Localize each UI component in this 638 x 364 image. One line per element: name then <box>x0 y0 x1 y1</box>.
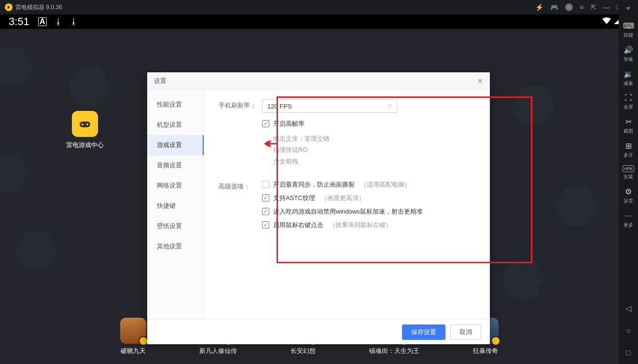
refresh-rate-value: 120 FPS <box>267 103 292 110</box>
nav-back-button[interactable]: ◁ <box>625 304 631 313</box>
svg-point-4 <box>86 123 88 125</box>
save-button[interactable]: 保存设置 <box>402 324 445 340</box>
refresh-label: 手机刷新率： <box>219 99 262 113</box>
collapse-sidebar-button[interactable]: « <box>626 4 630 12</box>
gamepad-icon[interactable]: 🎮 <box>550 3 558 11</box>
main-area: 雷电游戏中心 破晓九天 新凡人修仙传 长安幻想 镇魂街：天生为王 狂暴传奇 设置… <box>0 29 638 364</box>
cancel-button[interactable]: 取消 <box>450 324 481 340</box>
dock-label: 破晓九天 <box>120 347 146 355</box>
vsync-checkbox[interactable]: ✓ <box>262 181 269 188</box>
external-icon[interactable]: ⇱ <box>591 3 596 11</box>
settings-dialog: 设置 ✕ 性能设置 机型设置 游戏设置 音频设置 网络设置 快捷键 壁纸设置 其… <box>147 72 490 344</box>
apk-icon: APK <box>623 165 634 172</box>
fullscreen-icon: ⛶ <box>624 94 632 102</box>
dialog-title: 设置 <box>154 77 477 85</box>
sidebar-settings[interactable]: ⚙设置 <box>624 187 633 204</box>
tab-model[interactable]: 机型设置 <box>147 115 204 135</box>
sidebar-screenshot[interactable]: ✂截图 <box>624 117 633 135</box>
dialog-footer: 保存设置 取消 <box>147 319 490 344</box>
tab-network[interactable]: 网络设置 <box>147 175 204 196</box>
more-icon: ⋯ <box>624 211 632 220</box>
astc-label: 支持ASTC纹理 <box>273 194 315 202</box>
volume-down-icon: 🔉 <box>624 69 633 79</box>
lang-badge: A <box>38 17 47 26</box>
chevron-down-icon: ▽ <box>388 104 392 109</box>
nav-home-button[interactable]: ○ <box>626 326 631 335</box>
right-sidebar: « ⌨按键 🔊加量 🔉减量 ⛶全屏 ✂截图 ⊞多开 APK安装 ⚙设置 ⋯更多 … <box>619 0 638 364</box>
titlebar: 雷电模拟器 9.0.36 ⚡ 🎮 ≡ ⇱ — □ ✕ <box>0 0 638 14</box>
svg-point-3 <box>82 123 83 125</box>
sidebar-install[interactable]: APK安装 <box>623 165 634 180</box>
clock: 3:51 <box>9 15 29 28</box>
advanced-label: 高级选项： <box>219 180 262 234</box>
avatar[interactable] <box>565 3 573 11</box>
sidebar-more[interactable]: ⋯更多 <box>624 211 633 229</box>
dock-label: 长安幻想 <box>290 347 316 355</box>
download-icon: ⭳ <box>70 17 78 26</box>
mouse-accel-checkbox[interactable]: ✓ <box>262 208 269 215</box>
nav-recent-button[interactable]: □ <box>626 349 631 357</box>
wifi-icon <box>602 17 611 26</box>
minimize-button[interactable]: — <box>603 3 610 11</box>
dock-item[interactable]: 破晓九天 <box>120 318 146 355</box>
download-icon: ⭳ <box>55 17 62 26</box>
bolt-icon[interactable]: ⚡ <box>535 3 543 11</box>
high-fps-checkbox[interactable]: ✓ <box>262 120 269 127</box>
astc-checkbox[interactable]: ✓ <box>262 194 269 202</box>
dock-label: 狂暴传奇 <box>472 347 499 355</box>
tab-shortcut[interactable]: 快捷键 <box>147 196 204 216</box>
vsync-label: 开启垂直同步，防止画面撕裂 <box>273 180 355 189</box>
dialog-close-button[interactable]: ✕ <box>477 77 483 85</box>
desktop-icon-game-center[interactable]: 雷电游戏中心 <box>61 111 109 149</box>
dock-label: 新凡人修仙传 <box>199 347 237 355</box>
dialog-content: 手机刷新率： 120 FPS ▽ ✓ 开启高帧率 <box>204 90 490 319</box>
refresh-rate-select[interactable]: 120 FPS ▽ <box>262 99 397 113</box>
menu-icon[interactable]: ≡ <box>580 3 583 11</box>
desktop-icon-label: 雷电游戏中心 <box>61 141 109 149</box>
tab-performance[interactable]: 性能设置 <box>147 94 204 115</box>
mouse-accel-label: 进入吃鸡游戏自动禁用windows鼠标加速，射击更精准 <box>273 207 423 216</box>
high-fps-label: 开启高帧率 <box>273 120 305 128</box>
keyboard-icon: ⌨ <box>623 21 634 30</box>
multi-instance-icon: ⊞ <box>625 141 632 150</box>
gear-icon: ⚙ <box>625 187 632 196</box>
astc-hint: （画质更高清） <box>321 194 365 202</box>
right-click-checkbox[interactable]: ✓ <box>262 221 269 229</box>
dialog-sidebar: 性能设置 机型设置 游戏设置 音频设置 网络设置 快捷键 壁纸设置 其他设置 <box>147 90 204 319</box>
right-click-hint: （效果等同鼠标左键） <box>329 221 392 229</box>
vsync-hint: （适用高配电脑） <box>361 180 411 189</box>
volume-up-icon: 🔊 <box>624 45 633 54</box>
svg-rect-2 <box>80 121 90 127</box>
tab-audio[interactable]: 音频设置 <box>147 155 204 175</box>
tab-other[interactable]: 其他设置 <box>147 236 204 256</box>
sidebar-volume-up[interactable]: 🔊加量 <box>624 45 633 63</box>
high-fps-game-list: 电击文库：零境交错 仙境传说RO 少女前线 <box>273 133 475 167</box>
app-title: 雷电模拟器 9.0.36 <box>15 3 535 12</box>
dock-label: 镇魂街：天生为王 <box>369 347 419 355</box>
sidebar-keymap[interactable]: ⌨按键 <box>623 21 634 39</box>
game-center-icon <box>72 111 98 137</box>
sidebar-multi[interactable]: ⊞多开 <box>624 141 633 159</box>
sidebar-fullscreen[interactable]: ⛶全屏 <box>624 94 633 110</box>
dialog-header: 设置 ✕ <box>147 72 490 90</box>
right-click-label: 启用鼠标右键点击 <box>273 221 323 229</box>
sidebar-volume-down[interactable]: 🔉减量 <box>624 69 633 87</box>
tab-game[interactable]: 游戏设置 <box>147 135 204 155</box>
tab-wallpaper[interactable]: 壁纸设置 <box>147 216 204 236</box>
app-logo <box>5 3 13 11</box>
scissors-icon: ✂ <box>625 117 632 126</box>
android-statusbar: 3:51 A ⭳ ⭳ <box>0 14 638 29</box>
